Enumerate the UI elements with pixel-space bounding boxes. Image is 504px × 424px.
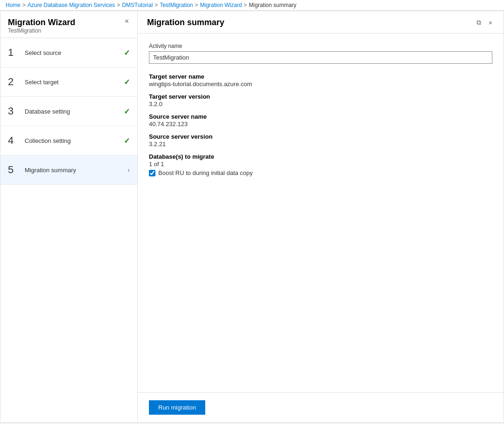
target-server-version-row: Target server version 3.2.0 xyxy=(149,93,492,108)
target-server-name-row: Target server name wingtips-tutorial.doc… xyxy=(149,73,492,87)
sidebar-subtitle: TestMigration xyxy=(8,27,75,34)
window-controls: ⧉ × xyxy=(475,18,494,27)
target-server-version-value: 3.2.0 xyxy=(149,101,492,108)
step-2-check-icon: ✓ xyxy=(124,78,130,87)
step-1-number: 1 xyxy=(8,47,21,59)
content-title: Migration summary xyxy=(147,18,224,27)
source-server-name-label: Source server name xyxy=(149,113,492,120)
content-footer: Run migration xyxy=(138,392,504,422)
databases-migrate-count: 1 of 1 xyxy=(149,161,492,168)
step-5-label: Migration summary xyxy=(25,167,128,174)
sidebar-close-button[interactable]: × xyxy=(124,18,130,25)
boost-ru-checkbox[interactable] xyxy=(149,170,155,176)
close-button[interactable]: × xyxy=(487,18,494,27)
breadcrumb-service[interactable]: Azure Database Migration Services xyxy=(27,2,115,8)
sidebar-item-collection-setting[interactable]: 4 Collection setting ✓ xyxy=(0,126,137,155)
breadcrumb: Home > Azure Database Migration Services… xyxy=(0,0,504,11)
target-server-name-label: Target server name xyxy=(149,73,492,80)
boost-ru-label: Boost RU to during initial data copy xyxy=(158,169,253,176)
breadcrumb-migration-wizard[interactable]: Migration Wizard xyxy=(200,2,242,8)
step-1-check-icon: ✓ xyxy=(124,48,130,57)
step-4-number: 4 xyxy=(8,135,21,147)
databases-migrate-label: Database(s) to migrate xyxy=(149,153,492,160)
boost-ru-row: Boost RU to during initial data copy xyxy=(149,169,492,176)
summary-section: Target server name wingtips-tutorial.doc… xyxy=(149,73,492,176)
source-server-name-row: Source server name 40.74.232.123 xyxy=(149,113,492,128)
sidebar-header: Migration Wizard TestMigration × xyxy=(0,11,137,38)
step-2-label: Select target xyxy=(25,79,124,86)
content-header: Migration summary ⧉ × xyxy=(138,11,504,34)
step-4-check-icon: ✓ xyxy=(124,136,130,145)
target-server-version-label: Target server version xyxy=(149,93,492,100)
sidebar-title: Migration Wizard xyxy=(8,18,75,27)
step-3-label: Database setting xyxy=(25,108,124,115)
activity-name-field: Activity name xyxy=(149,43,492,64)
activity-name-input[interactable] xyxy=(149,51,492,64)
source-server-version-value: 3.2.21 xyxy=(149,141,492,148)
sidebar: Migration Wizard TestMigration × 1 Selec… xyxy=(0,11,138,422)
activity-name-label: Activity name xyxy=(149,43,492,49)
restore-button[interactable]: ⧉ xyxy=(475,18,483,27)
main-container: Migration Wizard TestMigration × 1 Selec… xyxy=(0,11,504,423)
content-panel: Migration summary ⧉ × Activity name Targ… xyxy=(138,11,504,422)
breadcrumb-testmigration[interactable]: TestMigration xyxy=(160,2,193,8)
sidebar-item-select-source[interactable]: 1 Select source ✓ xyxy=(0,38,137,67)
step-3-check-icon: ✓ xyxy=(124,107,130,116)
step-1-label: Select source xyxy=(25,49,124,56)
target-server-name-value: wingtips-tutorial.documents.azure.com xyxy=(149,81,492,87)
breadcrumb-current: Migration summary xyxy=(249,2,296,8)
step-2-number: 2 xyxy=(8,76,21,88)
source-server-version-row: Source server version 3.2.21 xyxy=(149,133,492,148)
breadcrumb-dmstutorial[interactable]: DMSTutorial xyxy=(122,2,153,8)
step-4-label: Collection setting xyxy=(25,137,124,144)
step-5-number: 5 xyxy=(8,164,21,176)
sidebar-item-select-target[interactable]: 2 Select target ✓ xyxy=(0,67,137,97)
run-migration-button[interactable]: Run migration xyxy=(149,400,205,415)
step-5-chevron-icon: › xyxy=(128,166,130,174)
sidebar-item-database-setting[interactable]: 3 Database setting ✓ xyxy=(0,97,137,126)
source-server-version-label: Source server version xyxy=(149,133,492,140)
breadcrumb-home[interactable]: Home xyxy=(6,2,20,8)
step-3-number: 3 xyxy=(8,105,21,117)
sidebar-steps: 1 Select source ✓ 2 Select target ✓ 3 Da… xyxy=(0,38,137,422)
content-body: Activity name Target server name wingtip… xyxy=(138,34,504,392)
sidebar-item-migration-summary[interactable]: 5 Migration summary › xyxy=(0,155,137,185)
source-server-name-value: 40.74.232.123 xyxy=(149,121,492,128)
databases-migrate-section: Database(s) to migrate 1 of 1 Boost RU t… xyxy=(149,153,492,176)
